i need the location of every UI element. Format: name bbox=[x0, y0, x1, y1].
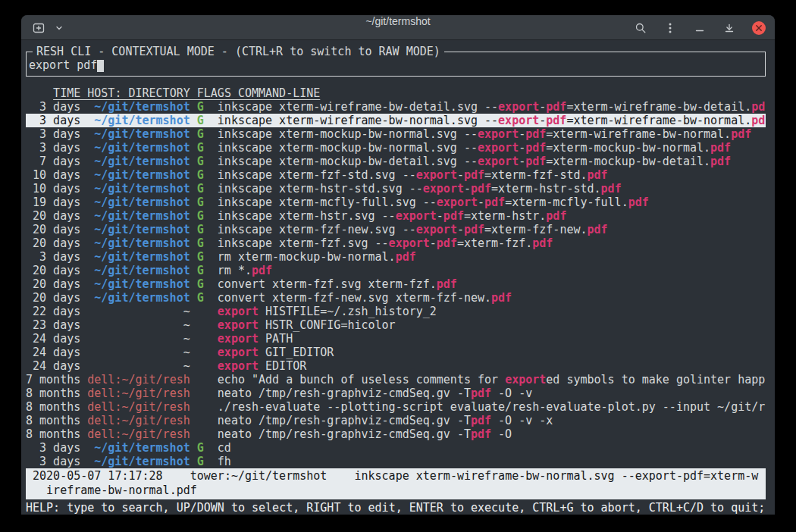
match-highlight: pdf bbox=[396, 250, 416, 264]
match-highlight: export bbox=[218, 359, 259, 373]
match-highlight: export bbox=[498, 100, 539, 114]
table-header: TIME HOST: DIRECTORY FLAGS COMMAND-LINE bbox=[26, 86, 766, 100]
history-row[interactable]: 7 days ~/git/termshot G inkscape xterm-m… bbox=[26, 155, 766, 168]
row-time: 20 days bbox=[26, 209, 80, 223]
history-row[interactable]: 24 days ~ export EDITOR bbox=[26, 359, 766, 373]
history-row[interactable]: 3 days ~/git/termshot G inkscape xterm-w… bbox=[26, 114, 766, 127]
close-button[interactable] bbox=[752, 21, 766, 35]
detail-line: 2020-05-07 17:17:28 tower:~/git/termshot… bbox=[33, 469, 766, 483]
row-time: 3 days bbox=[26, 127, 80, 141]
row-time: 7 months bbox=[26, 373, 80, 386]
row-host-directory: ~ bbox=[87, 318, 190, 332]
row-command: convert xterm-fzf.svg xterm-fzf.pdf bbox=[218, 277, 457, 291]
row-flags: G bbox=[197, 250, 204, 264]
search-query: export pdf bbox=[29, 58, 97, 72]
match-highlight: pdf bbox=[588, 168, 608, 182]
terminal-window: ~/git/termshot bbox=[21, 15, 775, 515]
row-command: neato /tmp/resh-graphviz-cmdSeq.gv -Tpdf… bbox=[218, 386, 532, 400]
match-highlight: pdf bbox=[525, 155, 546, 168]
match-highlight: pdf bbox=[532, 236, 553, 250]
match-highlight: pdf bbox=[464, 168, 484, 182]
history-row[interactable]: 22 days ~ export HISTFILE=~/.zsh_history… bbox=[26, 305, 766, 318]
history-row[interactable]: 23 days ~ export HSTR_CONFIG=hicolor bbox=[26, 318, 766, 332]
match-highlight: pdf bbox=[710, 141, 731, 155]
row-flags: G bbox=[197, 196, 204, 209]
search-button[interactable] bbox=[634, 21, 647, 35]
history-row[interactable]: 20 days ~/git/termshot G convert xterm-f… bbox=[26, 291, 766, 305]
table-header-text: TIME HOST: DIRECTORY FLAGS COMMAND-LINE bbox=[53, 86, 320, 100]
restore-button[interactable] bbox=[722, 21, 736, 35]
row-time: 3 days bbox=[26, 114, 80, 127]
row-host-directory: dell:~/git/resh bbox=[87, 373, 190, 386]
row-command: inkscape xterm-mockup-bw-detail.svg --ex… bbox=[218, 155, 731, 168]
match-highlight: pdf bbox=[471, 386, 491, 400]
history-row[interactable]: 3 days ~/git/termshot G fh bbox=[26, 455, 766, 468]
match-highlight: export bbox=[478, 127, 519, 141]
row-flags: G bbox=[197, 236, 204, 250]
row-flags: G bbox=[197, 141, 204, 155]
history-row[interactable]: 20 days ~/git/termshot G inkscape xterm-… bbox=[26, 223, 766, 236]
history-row[interactable]: 10 days ~/git/termshot G inkscape xterm-… bbox=[26, 168, 766, 182]
row-host-directory: ~/git/termshot bbox=[87, 223, 190, 236]
tab-dropdown-button[interactable] bbox=[52, 21, 66, 35]
row-host-directory: ~/git/termshot bbox=[87, 100, 190, 114]
row-time: 22 days bbox=[26, 305, 80, 318]
history-row[interactable]: 24 days ~ export PATH bbox=[26, 332, 766, 346]
row-host-directory: ~/git/termshot bbox=[87, 209, 190, 223]
history-row[interactable]: 7 months dell:~/git/resh echo "Add a bun… bbox=[26, 373, 766, 386]
row-host-directory: ~ bbox=[87, 305, 190, 318]
history-row[interactable]: 24 days ~ export GIT_EDITOR bbox=[26, 346, 766, 359]
history-row[interactable]: 20 days ~/git/termshot G inkscape xterm-… bbox=[26, 209, 766, 223]
history-row[interactable]: 20 days ~/git/termshot G inkscape xterm-… bbox=[26, 236, 766, 250]
close-icon bbox=[752, 21, 766, 35]
row-time: 3 days bbox=[26, 100, 80, 114]
row-time: 20 days bbox=[26, 291, 80, 305]
row-command: convert xterm-fzf-new.svg xterm-fzf-new.… bbox=[218, 291, 512, 305]
new-tab-button[interactable] bbox=[32, 21, 45, 35]
history-row[interactable]: 10 days ~/git/termshot G inkscape xterm-… bbox=[26, 182, 766, 196]
history-row[interactable]: 8 months dell:~/git/resh neato /tmp/resh… bbox=[26, 386, 766, 400]
row-host-directory: ~/git/termshot bbox=[87, 291, 190, 305]
history-row[interactable]: 3 days ~/git/termshot G inkscape xterm-m… bbox=[26, 127, 766, 141]
row-host-directory: ~/git/termshot bbox=[87, 264, 190, 277]
history-row[interactable]: 20 days ~/git/termshot G convert xterm-f… bbox=[26, 277, 766, 291]
row-command: ./resh-evaluate --plotting-script evalua… bbox=[218, 400, 765, 414]
row-flags: G bbox=[197, 455, 204, 468]
row-host-directory: ~/git/termshot bbox=[87, 114, 190, 127]
history-row[interactable]: 3 days ~/git/termshot G inkscape xterm-w… bbox=[26, 100, 766, 114]
match-highlight: pdf bbox=[588, 223, 608, 236]
history-rows: 3 days ~/git/termshot G inkscape xterm-w… bbox=[26, 100, 766, 468]
row-command: inkscape xterm-fzf-new.svg --export-pdf=… bbox=[218, 223, 608, 236]
row-host-directory: ~/git/termshot bbox=[87, 182, 190, 196]
titlebar[interactable]: ~/git/termshot bbox=[21, 15, 775, 40]
history-row[interactable]: 20 days ~/git/termshot G rm *.pdf bbox=[26, 264, 766, 277]
row-time: 24 days bbox=[26, 346, 80, 359]
minimize-button[interactable] bbox=[693, 21, 707, 35]
history-row[interactable]: 8 months dell:~/git/resh ./resh-evaluate… bbox=[26, 400, 766, 414]
match-highlight: pdf bbox=[437, 277, 457, 291]
match-highlight: export bbox=[218, 305, 259, 318]
history-row[interactable]: 19 days ~/git/termshot G inkscape xterm-… bbox=[26, 196, 766, 209]
row-flags: G bbox=[197, 209, 204, 223]
row-time: 19 days bbox=[26, 196, 80, 209]
match-highlight: pdf bbox=[546, 100, 566, 114]
match-highlight: pd bbox=[751, 100, 765, 114]
row-time: 10 days bbox=[26, 182, 80, 196]
search-box-title: RESH CLI - CONTEXTUAL MODE - (CTRL+R to … bbox=[33, 45, 444, 58]
match-highlight: pdf bbox=[601, 182, 622, 196]
row-host-directory: ~/git/termshot bbox=[87, 155, 190, 168]
menu-kebab-icon bbox=[668, 22, 672, 34]
search-input[interactable]: export pdf bbox=[29, 58, 762, 72]
menu-button[interactable] bbox=[663, 21, 677, 35]
match-highlight: export bbox=[416, 223, 457, 236]
history-row[interactable]: 3 days ~/git/termshot G rm xterm-mockup-… bbox=[26, 250, 766, 264]
history-row[interactable]: 8 months dell:~/git/resh neato /tmp/resh… bbox=[26, 427, 766, 441]
search-box[interactable]: RESH CLI - CONTEXTUAL MODE - (CTRL+R to … bbox=[26, 52, 766, 77]
history-row[interactable]: 8 months dell:~/git/resh neato /tmp/resh… bbox=[26, 414, 766, 427]
row-host-directory: ~/git/termshot bbox=[87, 168, 190, 182]
row-host-directory: ~/git/termshot bbox=[87, 277, 190, 291]
history-row[interactable]: 3 days ~/git/termshot G cd bbox=[26, 441, 766, 455]
row-host-directory: dell:~/git/resh bbox=[87, 386, 190, 400]
history-row[interactable]: 3 days ~/git/termshot G inkscape xterm-m… bbox=[26, 141, 766, 155]
match-highlight: pdf bbox=[731, 127, 751, 141]
